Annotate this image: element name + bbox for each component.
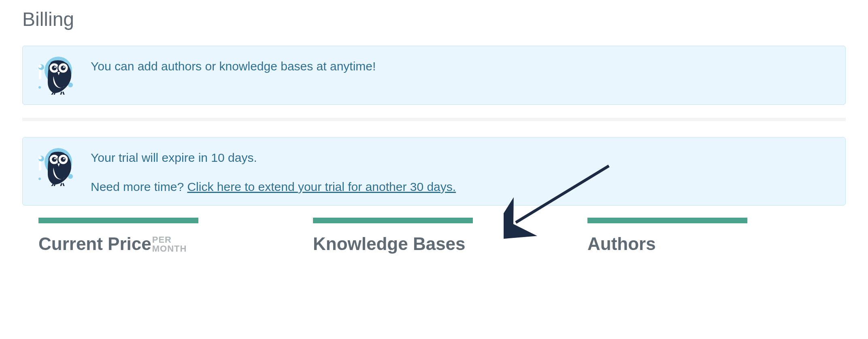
- stat-sub-line2: MONTH: [152, 244, 187, 253]
- svg-point-22: [54, 158, 56, 159]
- stat-bar: [38, 218, 198, 223]
- info-banner-add-authors: You can add authors or knowledge bases a…: [22, 46, 846, 105]
- stat-bar: [587, 218, 747, 223]
- svg-point-3: [38, 86, 41, 89]
- info-banner-trial: Your trial will expire in 10 days. Need …: [22, 137, 846, 206]
- stat-current-price: Current Price PER MONTH: [38, 218, 281, 254]
- stat-heading-kb: Knowledge Bases: [313, 234, 555, 254]
- svg-point-9: [61, 66, 66, 70]
- banner-trial-text: Your trial will expire in 10 days. Need …: [91, 147, 456, 195]
- stat-heading-price: Current Price PER MONTH: [38, 234, 281, 254]
- svg-rect-4: [39, 70, 41, 79]
- trial-expiry-message: Your trial will expire in 10 days.: [91, 149, 456, 167]
- stat-label: Current Price: [38, 234, 151, 254]
- stat-bar: [313, 218, 473, 223]
- svg-point-5: [38, 65, 42, 68]
- stat-sublabel-per-month: PER MONTH: [152, 235, 187, 253]
- svg-point-11: [63, 66, 65, 68]
- stat-label: Knowledge Bases: [313, 234, 466, 254]
- svg-point-15: [38, 178, 41, 180]
- stat-sub-line1: PER: [152, 235, 187, 244]
- svg-point-8: [52, 66, 57, 70]
- svg-point-21: [61, 157, 66, 162]
- owl-icon: [36, 147, 76, 186]
- svg-point-17: [38, 156, 42, 159]
- trial-extend-prefix: Need more time?: [91, 180, 187, 193]
- svg-rect-16: [39, 161, 41, 171]
- stat-label: Authors: [587, 234, 656, 254]
- stat-heading-authors: Authors: [587, 234, 830, 254]
- extend-trial-link[interactable]: Click here to extend your trial for anot…: [187, 180, 456, 193]
- section-divider: [22, 118, 846, 121]
- trial-extend-line: Need more time? Click here to extend you…: [91, 178, 456, 196]
- svg-point-23: [63, 158, 65, 159]
- svg-point-20: [52, 157, 57, 162]
- stat-authors: Authors: [587, 218, 830, 254]
- owl-icon: [36, 56, 76, 95]
- stat-knowledge-bases: Knowledge Bases: [313, 218, 555, 254]
- page-title: Billing: [22, 8, 846, 30]
- svg-point-10: [54, 66, 56, 68]
- banner-message: You can add authors or knowledge bases a…: [91, 56, 376, 75]
- stats-row: Current Price PER MONTH Knowledge Bases …: [22, 218, 846, 254]
